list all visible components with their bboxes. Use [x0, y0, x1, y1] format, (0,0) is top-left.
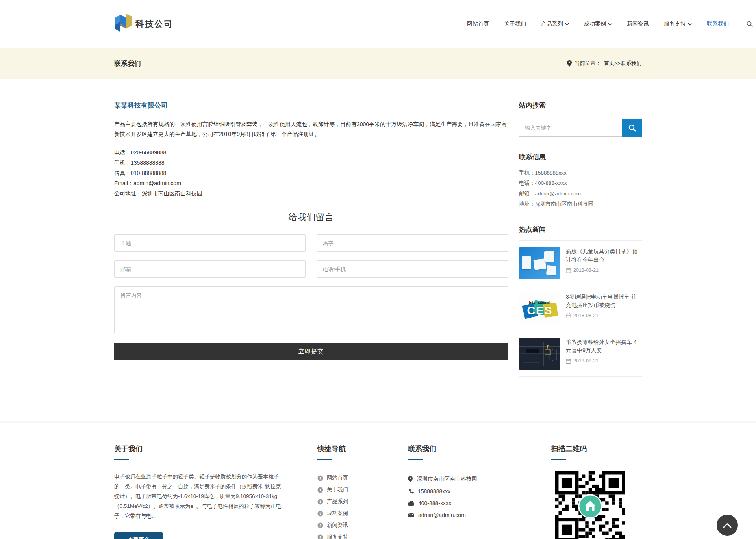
calendar-icon: [566, 268, 571, 273]
news-item[interactable]: International CES 3岁娃误把电动车当摇摇车 往充电插座投币被烧…: [519, 286, 642, 331]
sidebar-contact-address: 地址：深圳市南山区南山科技园: [519, 199, 642, 209]
nav-item-news[interactable]: 新闻资讯: [619, 17, 656, 32]
sidebar-contact-email: 邮箱：admin@admin.com: [519, 189, 642, 199]
message-textarea[interactable]: [114, 286, 508, 333]
nav-item-products[interactable]: 产品系列: [534, 17, 576, 32]
news-date: 2018-08-21: [573, 313, 598, 318]
site-logo[interactable]: 科技公司: [114, 14, 173, 34]
calendar-icon: [566, 359, 571, 364]
map-pin-icon: [408, 476, 413, 482]
company-intro: 产品主要包括所有规格的一次性使用宫腔组织吸引管及套装，一次性使用人流包，取卵针等…: [114, 119, 508, 139]
news-date: 2018-08-21: [573, 358, 598, 364]
news-thumbnail-sockets-image: [519, 247, 560, 279]
contact-line-mobile: 手机：13588888888: [114, 158, 508, 168]
location-pin-icon: [567, 60, 572, 67]
footer-contact-title: 联系我们: [408, 444, 510, 460]
footer-link-products[interactable]: 产品系列: [317, 496, 384, 507]
keyword-search-input[interactable]: [519, 119, 622, 137]
news-date: 2018-08-21: [573, 268, 598, 273]
name-input[interactable]: [317, 234, 508, 252]
search-icon[interactable]: [743, 18, 756, 30]
breadcrumb: 当前位置： 首页>>联系我们: [567, 60, 642, 67]
nav-item-contact[interactable]: 联系我们: [699, 17, 736, 32]
footer-qrcode-title: 扫描二维码: [551, 444, 642, 460]
fax-icon: [408, 500, 414, 506]
footer-qrcode-section: 扫描二维码: [551, 444, 642, 539]
nav-item-about[interactable]: 关于我们: [497, 17, 534, 32]
site-search-section: 站内搜索: [519, 101, 642, 137]
chevron-circle-icon: [317, 499, 323, 505]
breadcrumb-path[interactable]: 首页>>联系我们: [604, 60, 642, 67]
chevron-circle-icon: [317, 487, 323, 493]
news-thumbnail-cad-drawing-image: [519, 338, 560, 370]
main-content: 某某科技有限公司 产品主要包括所有规格的一次性使用宫腔组织吸引管及套装，一次性使…: [114, 79, 642, 421]
contact-line-fax: 传真：010-88888888: [114, 168, 508, 178]
site-footer: 关于我们 电子被归在亚原子粒子中的轻子类。轻子是物质被划分的作为基本粒子的一类。…: [0, 421, 756, 539]
scroll-to-top-button[interactable]: [717, 515, 738, 536]
ces-logo-line2: CES: [527, 305, 552, 316]
sidebar-contact-mobile: 手机：15888888xxx: [519, 168, 642, 178]
envelope-icon: [408, 513, 414, 517]
footer-contact-mobile: 15888888xxx: [408, 485, 510, 497]
logo-icon: [114, 14, 132, 34]
chevron-down-icon: [688, 23, 692, 26]
footer-link-news[interactable]: 新闻资讯: [317, 519, 384, 531]
breadcrumb-bar: 联系我们 当前位置： 首页>>联系我们: [0, 48, 756, 79]
hot-news-title: 热点新闻: [519, 225, 642, 234]
chevron-down-icon: [608, 23, 612, 26]
chevron-circle-icon: [317, 534, 323, 539]
site-search-title: 站内搜索: [519, 101, 642, 110]
footer-contact-section: 联系我们 深圳市南山区南山科技园 15888888xxx 400-888-xxx…: [408, 444, 510, 539]
contact-info-section: 联系信息 手机：15888888xxx 电话：400-888-xxxx 邮箱：a…: [519, 152, 642, 209]
chevron-circle-icon: [317, 511, 323, 517]
footer-contact-fax: 400-888-xxxx: [408, 497, 510, 509]
main-nav: 网站首页 关于我们 产品系列 成功案例 新闻资讯 服务支持 联系我们: [460, 17, 756, 32]
email-input[interactable]: [114, 260, 306, 278]
footer-quicknav-section: 快捷导航 网站首页 关于我们 产品系列 成功案例 新闻资讯: [317, 444, 384, 539]
message-form-title: 给我们留言: [114, 211, 508, 223]
phone-input[interactable]: [317, 260, 508, 278]
news-thumbnail-ces-logo-image: International CES: [519, 293, 560, 324]
contact-line-address: 公司地址：深圳市南山区南山科技园: [114, 188, 508, 199]
footer-about-title: 关于我们: [114, 444, 284, 460]
nav-item-service[interactable]: 服务支持: [656, 17, 699, 32]
footer-link-service[interactable]: 服务支持: [317, 531, 384, 539]
view-more-button[interactable]: 查看更多: [114, 532, 163, 539]
sidebar-contact-tel: 电话：400-888-xxxx: [519, 178, 642, 188]
footer-contact-email: admin@admin.com: [408, 509, 510, 521]
chevron-up-icon: [723, 523, 732, 528]
sidebar: 站内搜索 联系信息 手机：15888888xxx 电话：400-888-xxxx…: [519, 101, 642, 377]
contact-line-tel: 电话：020-66889888: [114, 147, 508, 158]
chevron-circle-icon: [317, 475, 323, 481]
footer-about-section: 关于我们 电子被归在亚原子粒子中的轻子类。轻子是物质被划分的作为基本粒子的一类。…: [114, 444, 284, 539]
submit-button[interactable]: 立即提交: [114, 343, 508, 360]
news-item[interactable]: 爷爷换零钱给孙女坐摇摇车 4元喜中9万大奖 2018-08-21: [519, 331, 642, 377]
chevron-down-icon: [565, 23, 569, 26]
nav-item-home[interactable]: 网站首页: [460, 17, 497, 32]
calendar-icon: [566, 313, 571, 318]
site-header: 科技公司 网站首页 关于我们 产品系列 成功案例 新闻资讯 服务支持: [0, 0, 756, 48]
footer-link-cases[interactable]: 成功案例: [317, 507, 384, 519]
nav-item-cases[interactable]: 成功案例: [576, 17, 619, 32]
logo-text: 科技公司: [135, 18, 173, 30]
news-title: 新版《儿童玩具分类目录》预计将在今年出台: [566, 247, 642, 264]
news-title: 爷爷换零钱给孙女坐摇摇车 4元喜中9万大奖: [566, 338, 642, 355]
footer-quicknav-title: 快捷导航: [317, 444, 384, 460]
page-title: 联系我们: [114, 59, 141, 68]
contact-line-email: Email：admin@admin.com: [114, 178, 508, 188]
sidebar-search-button[interactable]: [622, 119, 642, 137]
footer-about-text: 电子被归在亚原子粒子中的轻子类。轻子是物质被划分的作为基本粒子的一类。电子带有二…: [114, 472, 284, 521]
hot-news-section: 热点新闻 新版《儿童玩具分类目录》预计将在今年出台: [519, 225, 642, 377]
footer-link-home[interactable]: 网站首页: [317, 472, 384, 484]
footer-contact-address: 深圳市南山区南山科技园: [408, 473, 510, 485]
news-title: 3岁娃误把电动车当摇摇车 往充电插座投币被烧伤: [566, 293, 642, 309]
company-contact-info: 电话：020-66889888 手机：13588888888 传真：010-88…: [114, 147, 508, 199]
chevron-circle-icon: [317, 522, 323, 528]
qr-code-image: [555, 471, 625, 539]
contact-info-title: 联系信息: [519, 152, 642, 162]
news-item[interactable]: 新版《儿童玩具分类目录》预计将在今年出台 2018-08-21: [519, 241, 642, 286]
footer-link-about[interactable]: 关于我们: [317, 484, 384, 496]
company-title: 某某科技有限公司: [114, 101, 508, 110]
breadcrumb-label: 当前位置：: [574, 60, 601, 67]
subject-input[interactable]: [114, 234, 306, 252]
